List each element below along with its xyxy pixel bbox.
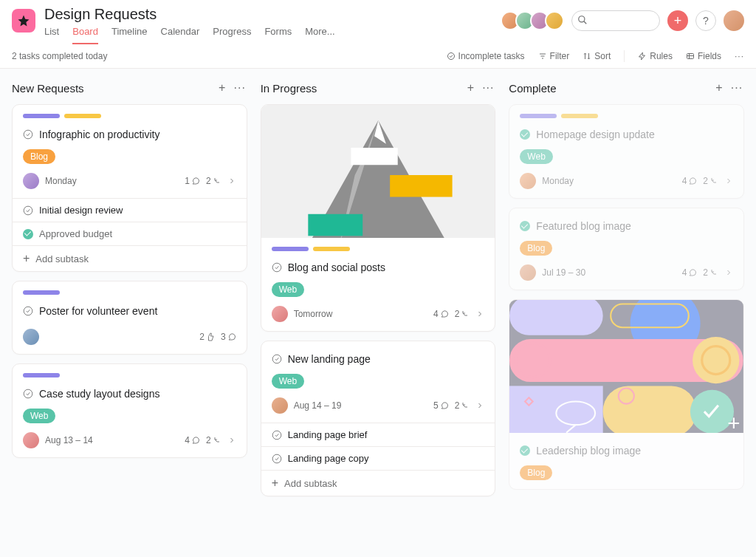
comment-count[interactable]: 1 — [185, 176, 200, 186]
tag-web[interactable]: Web — [520, 149, 552, 164]
subtask-count[interactable]: 2 — [455, 309, 470, 319]
assignee-avatar[interactable] — [520, 264, 536, 281]
tag-web[interactable]: Web — [23, 409, 55, 423]
due-date: Jul 19 – 30 — [542, 267, 676, 278]
task-card[interactable]: Case study layout designs Web Aug 13 – 1… — [12, 363, 247, 458]
filter-button[interactable]: Filter — [538, 51, 570, 61]
column-complete: Complete + ··· Homepage design update We… — [509, 81, 744, 546]
complete-check-icon[interactable] — [520, 221, 530, 231]
complete-check-icon[interactable] — [272, 430, 282, 440]
board: New Requests + ··· Infographic on produc… — [0, 69, 756, 557]
more-actions[interactable]: ··· — [735, 51, 744, 61]
task-title: Case study layout designs — [39, 388, 159, 400]
assignee-avatar[interactable] — [520, 173, 536, 189]
app-logo[interactable] — [12, 9, 35, 33]
assignee-avatar[interactable] — [23, 329, 39, 345]
complete-check-icon[interactable] — [520, 445, 530, 456]
svg-point-20 — [272, 454, 281, 463]
comment-count[interactable]: 5 — [433, 400, 449, 411]
add-card-button[interactable]: + — [712, 81, 726, 95]
comment-count[interactable]: 4 — [682, 176, 698, 186]
complete-check-icon[interactable] — [23, 205, 33, 216]
subtask-count[interactable]: 2 — [703, 267, 718, 278]
complete-check-icon[interactable] — [272, 262, 282, 273]
complete-check-icon[interactable] — [23, 129, 33, 140]
assignee-avatar[interactable] — [23, 432, 39, 448]
tab-progress[interactable]: Progress — [213, 26, 251, 44]
tag-blog[interactable]: Blog — [520, 465, 552, 480]
chevron-right-icon[interactable] — [475, 401, 484, 410]
due-date: Monday — [542, 176, 676, 186]
nav-tabs: List Board Timeline Calendar Progress Fo… — [44, 26, 496, 44]
comment-count[interactable]: 4 — [682, 267, 698, 278]
complete-check-icon[interactable] — [520, 129, 530, 140]
fields-button[interactable]: Fields — [686, 51, 721, 61]
chevron-right-icon[interactable] — [724, 177, 733, 185]
task-title: Featured blog image — [536, 220, 630, 232]
assignee-avatar[interactable] — [272, 306, 288, 322]
tab-board[interactable]: Board — [72, 26, 98, 44]
subtask-count[interactable]: 2 — [703, 176, 718, 186]
tab-list[interactable]: List — [44, 26, 59, 44]
tag-blog[interactable]: Blog — [23, 149, 55, 164]
svg-point-18 — [272, 355, 281, 363]
sort-button[interactable]: Sort — [583, 51, 611, 61]
svg-rect-22 — [509, 300, 603, 335]
add-card-button[interactable]: + — [215, 81, 230, 95]
search-box — [571, 10, 660, 31]
tag-web[interactable]: Web — [272, 282, 304, 297]
task-card[interactable]: Homepage design update Web Monday 4 2 — [509, 104, 744, 199]
task-card[interactable]: Infographic on productivity Blog Monday … — [12, 104, 247, 272]
add-subtask-button[interactable]: +Add subtask — [261, 470, 495, 496]
task-card[interactable]: Poster for volunteer event 2 3 — [12, 281, 247, 355]
subtask-row[interactable]: Landing page brief — [261, 423, 495, 446]
chevron-right-icon[interactable] — [724, 268, 733, 277]
task-card[interactable]: Blog and social posts Web Tomorrow 4 2 — [261, 104, 496, 332]
comment-count[interactable]: 4 — [433, 309, 449, 319]
subtask-count[interactable]: 2 — [455, 400, 470, 411]
complete-check-icon[interactable] — [272, 354, 282, 364]
complete-check-icon[interactable] — [23, 229, 33, 239]
task-card[interactable]: + Leadership blog image Blog — [509, 299, 744, 490]
column-menu[interactable]: ··· — [233, 81, 247, 95]
comment-count[interactable]: 3 — [221, 332, 236, 342]
subtask-row[interactable]: Landing page copy — [261, 446, 495, 470]
tab-calendar[interactable]: Calendar — [161, 26, 200, 44]
tab-forms[interactable]: Forms — [264, 26, 292, 44]
chevron-right-icon[interactable] — [475, 310, 484, 318]
complete-check-icon[interactable] — [23, 306, 33, 316]
svg-point-10 — [24, 206, 32, 215]
assignee-avatar[interactable] — [23, 173, 39, 189]
chevron-right-icon[interactable] — [227, 436, 236, 445]
add-subtask-button[interactable]: +Add subtask — [13, 245, 247, 271]
complete-check-icon[interactable] — [272, 454, 282, 464]
column-menu[interactable]: ··· — [481, 81, 495, 95]
tag-web[interactable]: Web — [272, 374, 304, 389]
subtask-row[interactable]: Approved budget — [13, 222, 247, 245]
tab-timeline[interactable]: Timeline — [111, 26, 148, 44]
like-count[interactable]: 2 — [199, 332, 215, 342]
member-avatars[interactable] — [505, 11, 564, 30]
complete-check-icon[interactable] — [23, 389, 33, 399]
chevron-right-icon[interactable] — [227, 177, 236, 185]
subtask-count[interactable]: 2 — [206, 176, 221, 186]
incomplete-filter[interactable]: Incomplete tasks — [447, 51, 525, 61]
subtask-count[interactable]: 2 — [206, 435, 221, 445]
add-button[interactable]: + — [667, 10, 688, 31]
subtask-row[interactable]: Initial design review — [13, 198, 247, 222]
assignee-avatar[interactable] — [272, 397, 288, 414]
user-avatar[interactable] — [724, 10, 744, 31]
tab-more[interactable]: More... — [305, 26, 334, 44]
task-card[interactable]: Featured blog image Blog Jul 19 – 30 4 2 — [509, 208, 744, 290]
svg-point-0 — [579, 16, 585, 22]
column-new-requests: New Requests + ··· Infographic on produc… — [12, 81, 247, 546]
add-card-button[interactable]: + — [463, 81, 478, 95]
help-button[interactable]: ? — [695, 10, 716, 31]
tag-blog[interactable]: Blog — [520, 241, 552, 256]
comment-count[interactable]: 4 — [185, 435, 200, 445]
completion-status: 2 tasks completed today — [12, 51, 447, 61]
rules-button[interactable]: Rules — [638, 51, 673, 61]
task-title: New landing page — [288, 353, 371, 365]
column-menu[interactable]: ··· — [729, 81, 744, 95]
task-card[interactable]: New landing page Web Aug 14 – 19 5 2 Lan… — [261, 341, 496, 496]
